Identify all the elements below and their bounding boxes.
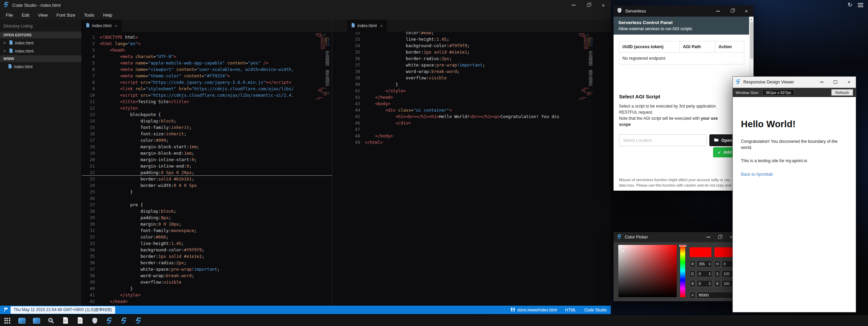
restore-button[interactable] xyxy=(581,0,596,10)
select-location-input[interactable] xyxy=(619,134,707,146)
code-line[interactable]: 29 padding:8px; xyxy=(82,214,332,221)
document-app-icon[interactable] xyxy=(76,317,84,324)
code-line[interactable]: 3 <head> xyxy=(82,47,332,53)
maximize-button[interactable] xyxy=(829,77,842,88)
code-line[interactable]: 24 border-width:0 0 0 5px xyxy=(82,182,332,189)
code-line[interactable]: 39 overflow:visible xyxy=(82,279,332,285)
close-icon[interactable]: × xyxy=(115,23,118,28)
code-editor[interactable]: 1<!DOCTYPE html>2<html lang="en">3 <head… xyxy=(82,32,332,306)
code-line[interactable]: 28 display:block; xyxy=(82,208,332,214)
menu-view[interactable]: View xyxy=(34,10,52,20)
code-line[interactable]: 41 </style> xyxy=(347,88,611,94)
close-button[interactable]: × xyxy=(739,5,754,17)
close-icon[interactable]: × xyxy=(3,50,7,53)
code-line[interactable]: 5 <meta name="apple-mobile-web-app-capab… xyxy=(82,60,332,66)
code-line[interactable]: 37 white-space:pre-wrap!important; xyxy=(82,266,332,272)
code-line[interactable]: 13 blockquote { xyxy=(82,111,332,118)
scrollbar-thumb[interactable] xyxy=(750,22,753,59)
minimize-button[interactable] xyxy=(566,0,581,10)
code-line[interactable]: 22 padding:0 5px 0 20px; xyxy=(82,169,332,176)
code-line[interactable]: 25 } xyxy=(82,189,332,195)
magnifier-app-icon[interactable] xyxy=(47,317,55,324)
hue-slider[interactable] xyxy=(680,245,685,297)
hue-cursor[interactable] xyxy=(679,245,686,247)
code-line[interactable]: 40 } xyxy=(82,285,332,292)
code-line[interactable]: 43 <body> xyxy=(347,100,611,107)
maximize-button[interactable] xyxy=(725,5,739,17)
code-line[interactable]: 18 margin-block-start:1em; xyxy=(82,143,332,150)
menu-font-size[interactable]: Font Size xyxy=(52,10,79,20)
code-line[interactable]: 17 color:#999; xyxy=(82,137,332,143)
menu-icon[interactable] xyxy=(858,2,863,8)
code-line[interactable]: 38 word-wrap:break-word; xyxy=(347,68,611,75)
code-line[interactable]: 16 font-size:inherit; xyxy=(82,131,332,137)
minimap[interactable]: <!DOCTYPE html><html lang="en"> <head> <… xyxy=(315,33,329,103)
saturation-cursor[interactable] xyxy=(621,249,625,253)
minimap[interactable]: <!DOCTYPE html><html lang="en"> <head> <… xyxy=(579,33,592,103)
section-open-editors[interactable]: OPEN EDITORS xyxy=(0,32,82,38)
code-line[interactable]: 19 margin-block-end:1em; xyxy=(82,150,332,156)
scroll-up-icon[interactable]: ▲ xyxy=(749,17,754,21)
code-editor[interactable]: 32 color:#666;33 line-height:1.45;34 bac… xyxy=(332,30,611,306)
close-button[interactable]: × xyxy=(596,0,611,10)
close-icon[interactable]: × xyxy=(3,41,7,45)
minimize-button[interactable] xyxy=(815,77,829,88)
stepper-icon[interactable] xyxy=(709,282,712,285)
code-line[interactable]: 42 </head> xyxy=(82,298,332,305)
code-line[interactable]: 36 border-radius:2px; xyxy=(347,55,611,62)
status-file[interactable]: store:/www/index.html xyxy=(511,307,557,313)
maximize-button[interactable] xyxy=(714,232,725,242)
app-window-icon[interactable] xyxy=(33,317,40,324)
code-line[interactable]: 33 line-height:1.45; xyxy=(82,240,332,247)
code-line[interactable]: 11 <title>Testing Site</title> xyxy=(82,98,332,105)
code-line[interactable]: 2<html lang="en"> xyxy=(82,40,332,47)
stepper-icon[interactable] xyxy=(709,272,712,275)
code-line[interactable]: 34 background-color:#f9f9f9; xyxy=(82,247,332,253)
minimize-button[interactable] xyxy=(703,232,714,242)
tab-index-html[interactable]: index.html × xyxy=(82,20,122,32)
code-line[interactable]: 48 </body> xyxy=(347,133,611,139)
code-line[interactable]: 46 </div> xyxy=(347,120,611,126)
code-line[interactable]: 27 pre { xyxy=(82,202,332,208)
menu-tools[interactable]: Tools xyxy=(79,10,99,20)
refresh-button[interactable]: Refresh xyxy=(831,89,853,96)
menu-file[interactable]: File xyxy=(1,10,17,20)
app-window-icon[interactable] xyxy=(18,317,25,324)
close-button[interactable]: × xyxy=(842,77,856,88)
refresh-icon[interactable]: ↻ xyxy=(848,2,852,8)
apps-grid-icon[interactable] xyxy=(3,317,11,324)
tab-index-html[interactable]: index.html × xyxy=(347,20,387,32)
code-line[interactable]: 31 font-family:monospace; xyxy=(82,227,332,234)
minimize-button[interactable] xyxy=(711,5,725,17)
code-studio-app-icon[interactable] xyxy=(135,317,142,324)
code-line[interactable]: 37 white-space:pre-wrap!important; xyxy=(347,62,611,68)
code-line[interactable]: 8 <script src="https://code.jquery.com/j… xyxy=(82,79,332,85)
code-line[interactable]: 12 <style> xyxy=(82,105,332,111)
code-line[interactable]: 35 border:1px solid #e1e1e1; xyxy=(82,253,332,260)
code-line[interactable]: 1<!DOCTYPE html> xyxy=(82,34,332,40)
code-line[interactable]: 44 <div class="ui container"> xyxy=(347,107,611,113)
code-line[interactable]: 49</html> xyxy=(347,139,611,146)
menu-help[interactable]: Help xyxy=(99,10,117,20)
code-line[interactable]: 14 display:block; xyxy=(82,118,332,124)
code-line[interactable]: 41 </style> xyxy=(82,292,332,298)
document-app-icon[interactable] xyxy=(62,317,69,324)
code-line[interactable]: 35 border:1px solid #e1e1e1; xyxy=(347,49,611,55)
code-line[interactable]: 42 </head> xyxy=(347,94,611,100)
hex-input[interactable] xyxy=(697,292,735,299)
tree-file-item[interactable]: index.html xyxy=(0,63,82,71)
stepper-icon[interactable] xyxy=(709,262,712,266)
code-studio-app-icon[interactable] xyxy=(120,317,128,324)
code-line[interactable]: 9 <link rel="stylesheet" href="https://c… xyxy=(82,85,332,92)
code-line[interactable]: 32 color:#666; xyxy=(82,234,332,240)
code-line[interactable]: 26 xyxy=(82,195,332,202)
close-icon[interactable]: × xyxy=(380,23,383,28)
code-line[interactable]: 23 border:solid #b1b1b1; xyxy=(82,176,332,182)
code-line[interactable]: 38 word-wrap:break-word; xyxy=(82,272,332,279)
code-line[interactable]: 47 xyxy=(347,126,611,133)
code-line[interactable]: 21 margin-inline-end:0; xyxy=(82,163,332,169)
back-to-aprintlab-link[interactable]: Back to Aprintlab xyxy=(741,172,773,177)
menu-edit[interactable]: Edit xyxy=(17,10,34,20)
window-size-value[interactable]: 361px x 627px xyxy=(762,90,795,96)
open-editor-item[interactable]: × index.html xyxy=(0,39,82,47)
